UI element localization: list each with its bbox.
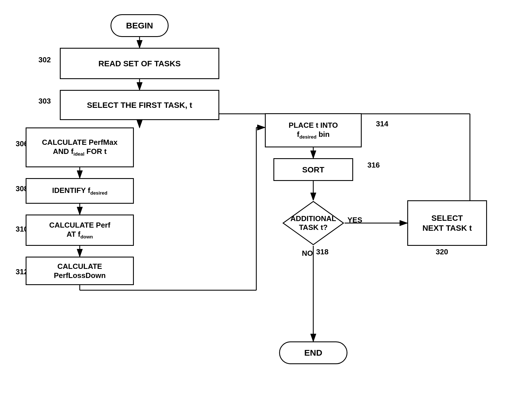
identify-fdesired-node: IDENTIFY fdesired bbox=[26, 178, 134, 204]
read-set-label: READ SET OF TASKS bbox=[99, 59, 181, 69]
calc-perflossdown-label: CALCULATEPerfLossDown bbox=[54, 262, 106, 280]
ref-302: 302 bbox=[38, 55, 51, 64]
read-set-of-tasks-node: READ SET OF TASKS bbox=[60, 48, 219, 79]
yes-label: YES bbox=[347, 216, 362, 224]
begin-label: BEGIN bbox=[126, 21, 153, 30]
select-first-label: SELECT THE FIRST TASK, t bbox=[87, 100, 192, 110]
select-next-label: SELECTNEXT TASK t bbox=[422, 213, 472, 233]
calc-perf-fdown-node: CALCULATE PerfAT fdown bbox=[26, 215, 134, 246]
ref-303: 303 bbox=[38, 97, 51, 106]
select-next-task-node: SELECTNEXT TASK t bbox=[407, 200, 487, 246]
additional-task-label: ADDITIONALTASK t? bbox=[282, 200, 345, 246]
calc-perf-fdown-label: CALCULATE PerfAT fdown bbox=[49, 221, 111, 240]
calc-perfmax-label: CALCULATE PerfMaxAND fideal FOR t bbox=[42, 138, 117, 157]
end-label: END bbox=[304, 348, 322, 358]
calc-perflossdown-node: CALCULATEPerfLossDown bbox=[26, 257, 134, 285]
additional-task-diamond: ADDITIONALTASK t? bbox=[282, 200, 345, 246]
ref-314: 314 bbox=[376, 119, 388, 128]
end-node: END bbox=[279, 341, 347, 364]
calc-perfmax-node: CALCULATE PerfMaxAND fideal FOR t bbox=[26, 127, 134, 167]
ref-320: 320 bbox=[436, 248, 448, 256]
no-label: NO bbox=[302, 249, 313, 258]
place-t-label: PLACE t INTOfdesired bin bbox=[289, 121, 338, 140]
identify-fdesired-label: IDENTIFY fdesired bbox=[52, 186, 107, 196]
flowchart: BEGIN 302 READ SET OF TASKS 303 SELECT T… bbox=[0, 0, 532, 408]
select-first-task-node: SELECT THE FIRST TASK, t bbox=[60, 90, 219, 120]
place-t-into-bin-node: PLACE t INTOfdesired bin bbox=[265, 113, 362, 147]
sort-label: SORT bbox=[302, 165, 324, 175]
sort-node: SORT bbox=[273, 158, 353, 181]
ref-318: 318 bbox=[316, 248, 328, 256]
ref-316: 316 bbox=[367, 161, 380, 170]
begin-node: BEGIN bbox=[111, 14, 169, 37]
